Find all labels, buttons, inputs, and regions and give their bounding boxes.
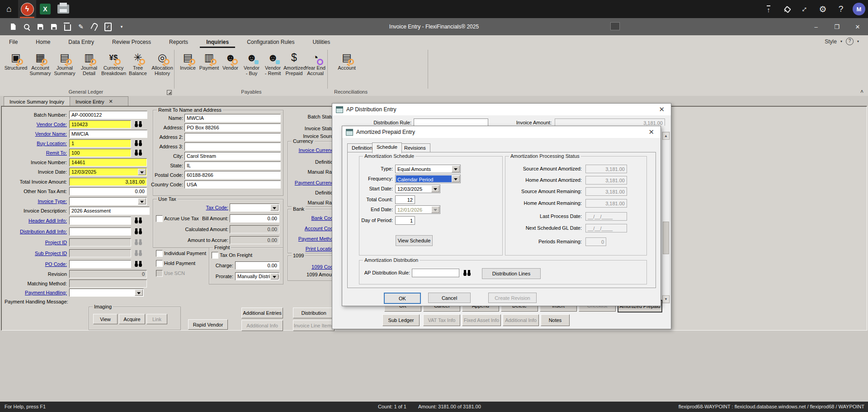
save-all-icon[interactable] bbox=[48, 21, 59, 32]
sub-project-id-label[interactable]: Sub Project ID bbox=[1, 251, 67, 256]
dropdown-arrow[interactable] bbox=[452, 175, 460, 182]
header-addl-info-field[interactable] bbox=[69, 217, 131, 225]
help-icon[interactable]: ? bbox=[832, 0, 850, 18]
invoice-currency-label[interactable]: Invoice Currency: bbox=[288, 147, 337, 153]
ribbon-journal-detail[interactable]: ▥JournalDetail bbox=[77, 49, 101, 89]
tax-code-field[interactable] bbox=[230, 204, 279, 212]
tax-on-freight-checkbox[interactable] bbox=[212, 252, 218, 259]
header-addl-info-label[interactable]: Header Addl Info: bbox=[1, 218, 67, 224]
distribution-addl-info-label[interactable]: Distribution Addl Info: bbox=[1, 229, 67, 235]
ap-dialog-titlebar[interactable]: AP Distribution Entry ✕ bbox=[332, 104, 671, 115]
dropdown-arrow[interactable] bbox=[431, 185, 439, 192]
accrue-use-tax-checkbox[interactable] bbox=[156, 215, 163, 222]
restore-button[interactable]: ❐ bbox=[826, 18, 847, 35]
vendor-code-lookup-icon[interactable] bbox=[135, 121, 142, 127]
group-dialog-launcher-icon[interactable] bbox=[167, 90, 172, 95]
ribbon-year-end-accrual[interactable]: ◔Year EndAccrual bbox=[305, 49, 326, 89]
payment-currency-label[interactable]: Payment Currency: bbox=[288, 180, 337, 186]
batch-number-field[interactable]: AP-00000122 bbox=[69, 111, 147, 119]
user-avatar[interactable]: M bbox=[850, 0, 868, 18]
prorate-field[interactable]: Manually Distribute bbox=[235, 272, 279, 280]
notes-button[interactable]: Notes bbox=[541, 314, 570, 326]
tab-revisions[interactable]: Revisions bbox=[400, 143, 430, 152]
home-icon[interactable]: ⌂ bbox=[0, 0, 18, 18]
menu-utilities[interactable]: Utilities bbox=[307, 37, 337, 48]
tab-invoice-summary-inquiry[interactable]: Invoice Summary Inquiry bbox=[4, 96, 80, 106]
day-of-period-field[interactable]: 1 bbox=[395, 216, 415, 225]
type-field[interactable]: Equal Amounts bbox=[395, 165, 461, 173]
account-code-label[interactable]: Account Code: bbox=[288, 226, 337, 232]
ribbon-tree-balance[interactable]: ✳TreeBalance bbox=[126, 49, 150, 89]
ribbon-structured[interactable]: ▣Structured bbox=[4, 49, 28, 89]
cancel-button[interactable]: Cancel bbox=[428, 293, 471, 303]
bill-amount-field[interactable]: 0.00 bbox=[230, 214, 279, 223]
buy-location-field[interactable]: 1 bbox=[69, 139, 131, 147]
dropdown-arrow[interactable] bbox=[270, 273, 278, 279]
address-field[interactable]: PO Box 88266 bbox=[184, 123, 281, 132]
address3-field[interactable] bbox=[184, 142, 281, 151]
ribbon-vendor-buy[interactable]: ☻Vendor- Buy bbox=[241, 49, 262, 89]
sub-ledger-button[interactable]: Sub Ledger bbox=[382, 314, 420, 326]
distribution-rule-field[interactable] bbox=[414, 118, 488, 126]
delete-icon[interactable] bbox=[62, 21, 73, 32]
ok-button[interactable]: OK bbox=[384, 293, 421, 304]
settings-gear-icon[interactable]: ⚙ bbox=[814, 0, 832, 18]
distribution-addl-info-field[interactable] bbox=[69, 227, 131, 236]
ribbon-vendor[interactable]: ☻Vendor bbox=[220, 49, 241, 89]
vendor-name-field[interactable]: MWCIA bbox=[69, 130, 147, 138]
ribbon-allocation-history[interactable]: ◎AllocationHistory bbox=[150, 49, 175, 89]
dropdown-arrow[interactable] bbox=[138, 198, 146, 204]
search-icon[interactable] bbox=[21, 21, 32, 32]
vendor-code-field[interactable]: 110423 bbox=[69, 120, 131, 128]
invoice-date-field[interactable]: 12/03/2025 bbox=[69, 168, 147, 176]
charge-field[interactable]: 0.00 bbox=[235, 261, 279, 270]
scroll-down-icon[interactable]: ▼ bbox=[662, 295, 670, 303]
ribbon-payment[interactable]: ▥Payment bbox=[198, 49, 220, 89]
menu-data-entry[interactable]: Data Entry bbox=[62, 37, 100, 48]
distribution-lines-button[interactable]: Distribution Lines bbox=[482, 268, 541, 279]
dropdown-arrow[interactable] bbox=[135, 289, 143, 296]
distribution-button[interactable]: Distribution bbox=[293, 308, 335, 318]
ap-dialog-close-icon[interactable]: ✕ bbox=[656, 105, 667, 114]
ribbon-collapse-icon[interactable]: ˄ bbox=[860, 89, 863, 95]
menu-review-process[interactable]: Review Process bbox=[106, 37, 157, 48]
close-button[interactable]: ✕ bbox=[847, 18, 868, 35]
style-menu[interactable]: Style bbox=[825, 38, 837, 45]
distribution-addl-info-lookup-icon[interactable] bbox=[135, 228, 142, 234]
payment-handling-field[interactable] bbox=[69, 289, 144, 297]
minimize-button[interactable]: – bbox=[806, 18, 826, 35]
dialog-scrollbar[interactable]: ▲ ▼ bbox=[662, 132, 670, 303]
postal-code-field[interactable]: 60188-8266 bbox=[184, 171, 281, 179]
unpin-icon[interactable] bbox=[778, 0, 796, 18]
po-code-label[interactable]: PO Code: bbox=[1, 261, 67, 267]
payment-handling-label[interactable]: Payment Handling: bbox=[1, 290, 67, 296]
po-code-lookup-icon[interactable] bbox=[135, 261, 142, 267]
individual-payment-checkbox[interactable] bbox=[156, 250, 163, 257]
taskbar-item-printer[interactable] bbox=[54, 0, 72, 18]
header-addl-info-lookup-icon[interactable] bbox=[135, 218, 142, 223]
buy-location-lookup-icon[interactable] bbox=[135, 140, 142, 146]
total-invoice-amount-field[interactable]: 3,181.00 bbox=[69, 178, 147, 186]
payment-method-label[interactable]: Payment Method: bbox=[288, 236, 337, 242]
vendor-code-label[interactable]: Vendor Code: bbox=[1, 122, 67, 128]
menu-inquiries[interactable]: Inquiries bbox=[200, 37, 235, 48]
buy-location-label[interactable]: Buy Location: bbox=[1, 141, 67, 147]
po-code-field[interactable] bbox=[69, 260, 131, 268]
rapid-vendor-button[interactable]: Rapid Vendor bbox=[188, 319, 228, 330]
fullscreen-icon[interactable]: ↕ bbox=[796, 0, 814, 18]
attach-icon[interactable] bbox=[89, 21, 100, 32]
remit-to-label[interactable]: Remit To: bbox=[1, 150, 67, 156]
ribbon-invoice[interactable]: ▤Invoice bbox=[177, 49, 198, 89]
menu-file[interactable]: File bbox=[3, 37, 24, 48]
dropdown-arrow[interactable] bbox=[138, 169, 146, 175]
invoice-type-label[interactable]: Invoice Type: bbox=[1, 199, 67, 204]
amort-dialog-titlebar[interactable]: Amortized Prepaid Entry ✕ bbox=[342, 126, 660, 138]
total-count-field[interactable]: 12 bbox=[395, 195, 415, 204]
bank-code-label[interactable]: Bank Code: bbox=[288, 215, 337, 221]
frequency-field[interactable]: Calendar Period bbox=[395, 175, 461, 183]
name-field[interactable]: MWCIA bbox=[184, 114, 281, 122]
view-schedule-button[interactable]: View Schedule bbox=[396, 235, 433, 246]
hold-payment-checkbox[interactable] bbox=[156, 260, 163, 267]
imaging-acquire-button[interactable]: Acquire bbox=[119, 314, 145, 324]
print-location-label[interactable]: Print Location: bbox=[288, 246, 337, 252]
